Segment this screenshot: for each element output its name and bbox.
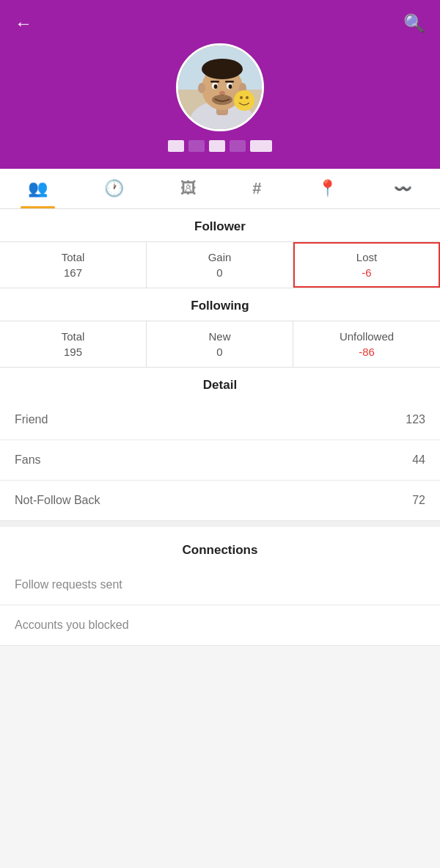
detail-friend-value: 123 xyxy=(406,413,425,426)
detail-section-title: Detail xyxy=(0,368,440,400)
story-dot-4 xyxy=(230,140,246,152)
follower-total-value: 167 xyxy=(64,266,82,279)
avatar xyxy=(176,43,264,131)
follower-gain-value: 0 xyxy=(216,266,222,279)
following-new-value: 0 xyxy=(216,346,222,358)
tab-location[interactable]: 📍 xyxy=(310,176,345,201)
following-unfollowed-label: Unfollowed xyxy=(340,330,394,343)
story-dot-2 xyxy=(188,140,205,152)
svg-point-18 xyxy=(246,96,249,99)
svg-point-17 xyxy=(240,96,243,99)
follower-gain-cell: Gain 0 xyxy=(147,242,293,288)
detail-row-fans[interactable]: Fans 44 xyxy=(0,440,440,481)
tab-history[interactable]: 🕐 xyxy=(97,176,131,201)
analytics-icon: 〰️ xyxy=(394,180,412,197)
svg-point-8 xyxy=(214,84,218,89)
hashtag-icon: # xyxy=(252,179,261,198)
detail-section: Detail Friend 123 Fans 44 Not-Follow Bac… xyxy=(0,368,440,521)
follow-requests-label: Follow requests sent xyxy=(15,578,122,591)
tab-bar: 👥 🕐 🖼 # 📍 〰️ xyxy=(0,169,440,209)
following-new-cell: New 0 xyxy=(147,321,293,367)
tab-analytics[interactable]: 〰️ xyxy=(386,177,419,200)
blocked-accounts-label: Accounts you blocked xyxy=(15,619,129,632)
following-unfollowed-value: -86 xyxy=(359,346,375,358)
header-top-bar: ← 🔍 xyxy=(0,7,440,40)
follower-total-cell: Total 167 xyxy=(0,242,147,288)
connections-section: Connections Follow requests sent Account… xyxy=(0,533,440,646)
section-divider xyxy=(0,521,440,527)
follower-total-label: Total xyxy=(62,251,85,263)
svg-point-14 xyxy=(198,83,205,93)
followers-icon: 👥 xyxy=(28,179,48,198)
following-stats-grid: Total 195 New 0 Unfollowed -86 xyxy=(0,321,440,368)
following-total-cell: Total 195 xyxy=(0,321,147,367)
detail-fans-label: Fans xyxy=(15,453,41,467)
connection-row-blocked-accounts[interactable]: Accounts you blocked xyxy=(0,605,440,646)
svg-rect-11 xyxy=(225,81,234,83)
story-dot-1 xyxy=(168,140,184,152)
following-total-value: 195 xyxy=(64,346,82,358)
follower-lost-label: Lost xyxy=(356,251,377,263)
history-icon: 🕐 xyxy=(104,179,124,198)
avatar-image xyxy=(178,45,262,129)
following-total-label: Total xyxy=(62,330,85,343)
story-indicators xyxy=(168,140,272,152)
story-dot-3 xyxy=(209,140,225,152)
svg-rect-10 xyxy=(210,81,219,83)
media-icon: 🖼 xyxy=(180,179,197,198)
svg-point-9 xyxy=(229,84,232,89)
story-dot-5 xyxy=(250,140,272,152)
follower-gain-label: Gain xyxy=(208,251,232,263)
connection-row-follow-requests[interactable]: Follow requests sent xyxy=(0,565,440,605)
following-section-title: Following xyxy=(0,288,440,321)
svg-point-16 xyxy=(234,90,254,111)
tab-hashtag[interactable]: # xyxy=(245,176,268,201)
detail-not-follow-back-value: 72 xyxy=(412,494,425,507)
detail-row-friend[interactable]: Friend 123 xyxy=(0,400,440,440)
following-new-label: New xyxy=(208,330,230,343)
connections-section-title: Connections xyxy=(0,533,440,565)
detail-friend-label: Friend xyxy=(15,413,48,426)
search-button[interactable]: 🔍 xyxy=(403,13,425,34)
detail-row-not-follow-back[interactable]: Not-Follow Back 72 xyxy=(0,481,440,521)
main-content: Follower Total 167 Gain 0 Lost -6 Follow… xyxy=(0,209,440,646)
location-icon: 📍 xyxy=(318,179,337,198)
follower-stats-grid: Total 167 Gain 0 Lost -6 xyxy=(0,241,440,288)
following-unfollowed-cell: Unfollowed -86 xyxy=(293,321,440,367)
tab-media[interactable]: 🖼 xyxy=(173,176,204,201)
follower-lost-cell: Lost -6 xyxy=(293,242,440,288)
follower-lost-value: -6 xyxy=(362,266,371,279)
back-button[interactable]: ← xyxy=(15,13,32,34)
header-section: ← 🔍 xyxy=(0,0,440,169)
svg-point-13 xyxy=(212,95,232,105)
tab-followers[interactable]: 👥 xyxy=(21,176,55,201)
svg-point-5 xyxy=(202,59,243,79)
detail-not-follow-back-label: Not-Follow Back xyxy=(15,494,100,507)
detail-fans-value: 44 xyxy=(412,453,425,467)
follower-section-title: Follower xyxy=(0,209,440,241)
